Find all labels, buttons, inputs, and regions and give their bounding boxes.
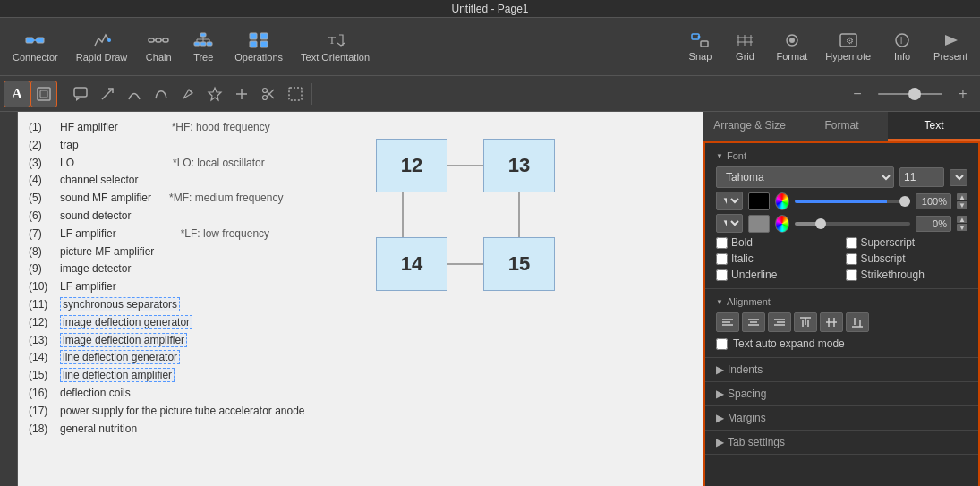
- frame2-tool[interactable]: [282, 81, 309, 107]
- comment-tool[interactable]: [67, 81, 94, 107]
- toolbar-connector[interactable]: Connector: [4, 18, 67, 75]
- arc-tool[interactable]: [148, 81, 175, 107]
- toolbar-snap-label: Snap: [689, 51, 712, 62]
- spacing-section[interactable]: ▶ Spacing: [705, 382, 978, 406]
- svg-point-54: [908, 88, 921, 100]
- color2-dropdown[interactable]: ▼: [716, 214, 743, 233]
- align-right-btn[interactable]: [768, 312, 791, 332]
- font-collapse-icon: ▼: [716, 152, 723, 160]
- toolbar-snap[interactable]: Snap: [677, 18, 722, 75]
- indents-section[interactable]: ▶ Indents: [705, 358, 978, 382]
- tab-format[interactable]: Format: [796, 112, 888, 141]
- bold-input[interactable]: [716, 237, 728, 249]
- frame-tool[interactable]: [30, 81, 57, 107]
- auto-expand-row: Text auto expand mode: [716, 337, 967, 350]
- color2-up[interactable]: ▲: [957, 216, 967, 223]
- bold-checkbox[interactable]: Bold: [716, 236, 839, 249]
- font-family-select[interactable]: Tahoma: [716, 166, 894, 188]
- color1-up[interactable]: ▲: [957, 193, 967, 200]
- underline-checkbox[interactable]: Underline: [716, 269, 839, 281]
- svg-point-4: [36, 38, 38, 41]
- zoom-in-btn[interactable]: +: [950, 81, 976, 107]
- align-center-btn[interactable]: [742, 312, 765, 332]
- font-size-unit-select[interactable]: ▼: [950, 169, 967, 186]
- list-item-10: (10)LF amplifier: [29, 278, 305, 296]
- content-list: (1)HF amplifier*HF: hood frequency (2)tr…: [18, 112, 316, 445]
- list-item-12: (12)image deflection generator: [29, 314, 305, 332]
- box-14[interactable]: 14: [376, 237, 447, 291]
- toolbar-info[interactable]: i Info: [880, 18, 925, 75]
- toolbar-grid[interactable]: Grid: [722, 18, 767, 75]
- color1-percent[interactable]: [916, 193, 951, 209]
- auto-expand-checkbox[interactable]: [716, 338, 728, 350]
- color1-swatch[interactable]: [748, 192, 770, 210]
- color2-spinners: ▲ ▼: [957, 216, 967, 231]
- toolbar-text-orientation[interactable]: T Text Orientation: [292, 18, 379, 75]
- margins-section[interactable]: ▶ Margins: [705, 406, 978, 431]
- superscript-input[interactable]: [846, 237, 857, 249]
- align-top-btn[interactable]: [794, 312, 817, 332]
- svg-point-49: [263, 95, 268, 99]
- pen-tool[interactable]: [175, 81, 201, 107]
- subscript-checkbox[interactable]: Subscript: [846, 252, 968, 265]
- svg-text:⚙: ⚙: [846, 36, 854, 46]
- color1-slider[interactable]: [795, 200, 910, 203]
- font-section: ▼ Font Tahoma ▼ ▼: [705, 143, 978, 289]
- align-middle-btn[interactable]: [820, 312, 843, 332]
- toolbar-present[interactable]: Present: [925, 18, 976, 75]
- curve-tool[interactable]: [121, 81, 148, 107]
- toolbar-tree[interactable]: Tree: [181, 18, 226, 75]
- toolbar-format[interactable]: Format: [767, 18, 816, 75]
- align-left-btn[interactable]: [716, 312, 739, 332]
- list-item-14: (14)line deflection generator: [29, 349, 305, 367]
- color1-down[interactable]: ▼: [957, 201, 967, 209]
- font-size-input[interactable]: [899, 167, 944, 187]
- superscript-checkbox[interactable]: Superscript: [846, 236, 968, 249]
- toolbar-rapid-draw[interactable]: Rapid Draw: [67, 18, 136, 75]
- arrow-tool[interactable]: [94, 81, 121, 107]
- font-color-row-1: ▼ ▲ ▼: [716, 192, 967, 210]
- toolbar-hypernote[interactable]: ⚙ Hypernote: [816, 18, 880, 75]
- color1-picker[interactable]: [775, 192, 789, 210]
- toolbar-operations[interactable]: Operations: [226, 18, 292, 75]
- svg-point-34: [789, 38, 795, 43]
- subscript-input[interactable]: [846, 253, 857, 265]
- italic-checkbox[interactable]: Italic: [716, 252, 839, 265]
- toolbar-connector-label: Connector: [13, 52, 58, 63]
- svg-rect-41: [40, 90, 47, 98]
- strikethrough-input[interactable]: [846, 269, 857, 281]
- right-panel: Arrange & Size Format Text ▼ Font Tahoma…: [703, 112, 980, 486]
- main-toolbar: Connector Rapid Draw Chain Tree Operatio…: [0, 18, 980, 76]
- toolbar-chain[interactable]: Chain: [136, 18, 181, 75]
- svg-text:i: i: [900, 36, 902, 46]
- zoom-out-btn[interactable]: −: [844, 81, 871, 107]
- underline-input[interactable]: [716, 269, 728, 281]
- color1-dropdown[interactable]: ▼: [716, 192, 743, 210]
- color2-picker[interactable]: [775, 215, 789, 233]
- zoom-slider-area: [874, 87, 946, 101]
- svg-rect-20: [250, 33, 257, 39]
- align-collapse-icon: ▼: [716, 298, 723, 306]
- color2-down[interactable]: ▼: [957, 224, 967, 231]
- tab-arrange-size[interactable]: Arrange & Size: [703, 112, 796, 141]
- plus-tool[interactable]: [228, 81, 255, 107]
- scissors-tool[interactable]: [255, 81, 282, 107]
- color2-slider[interactable]: [795, 222, 910, 226]
- text-tool[interactable]: A: [4, 81, 30, 107]
- tab-text[interactable]: Text: [888, 112, 980, 141]
- tab-settings-section[interactable]: ▶ Tab settings: [705, 431, 978, 455]
- box-15[interactable]: 15: [483, 237, 555, 291]
- toolbar-chain-label: Chain: [146, 52, 172, 63]
- box-13[interactable]: 13: [483, 139, 555, 192]
- align-bottom-btn[interactable]: [846, 312, 869, 332]
- star-tool[interactable]: [201, 81, 228, 107]
- italic-input[interactable]: [716, 253, 728, 265]
- color2-swatch[interactable]: [748, 215, 770, 233]
- box-12[interactable]: 12: [376, 139, 447, 192]
- canvas-area[interactable]: (1)HF amplifier*HF: hood frequency (2)tr…: [18, 112, 703, 486]
- list-item-5: (5)sound MF amplifier*MF: medium frequen…: [29, 190, 305, 208]
- toolbar-info-label: Info: [894, 51, 910, 62]
- color2-percent[interactable]: [916, 216, 951, 232]
- strikethrough-checkbox[interactable]: Strikethrough: [846, 269, 968, 281]
- svg-point-5: [107, 38, 111, 42]
